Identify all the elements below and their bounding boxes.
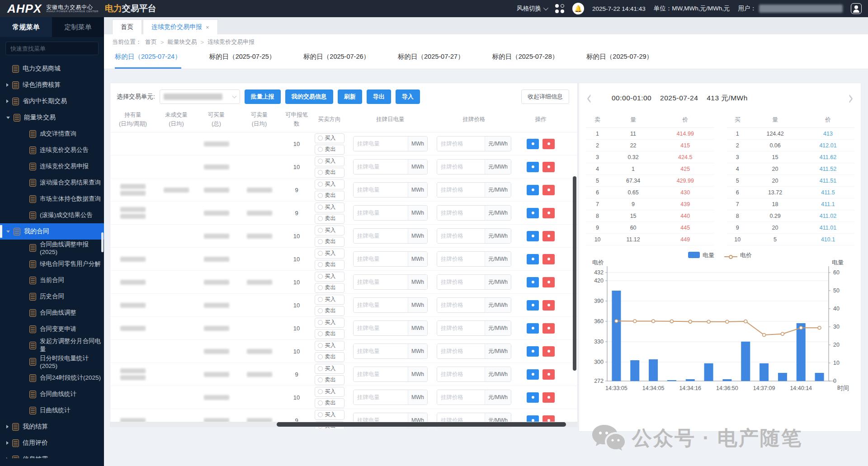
tab-连续竞价交易申报[interactable]: 连续竞价交易申报× [143,19,218,34]
cancel-row-button[interactable] [542,162,555,172]
listing-volume-input[interactable] [354,298,408,312]
listing-price-input[interactable] [437,137,485,151]
buy-radio[interactable]: 买入 [315,272,344,282]
target-date-tab[interactable]: 标的日（2025-07-24） [115,52,181,69]
buy-radio[interactable]: 买入 [315,387,344,397]
listing-price-input[interactable] [437,183,485,197]
chart-bar[interactable] [667,380,676,381]
sell-radio[interactable]: 卖出 [315,306,344,316]
sidebar-item[interactable]: 发起方调整分月合同电量 [0,337,104,353]
listing-volume-input[interactable] [354,229,408,243]
sidebar-item[interactable]: 电力交易商城 [0,61,104,77]
cancel-row-button[interactable] [542,208,555,218]
sidebar-item[interactable]: 合同曲线调整 [0,305,104,321]
sell-radio[interactable]: 卖出 [315,283,344,293]
chart-bar[interactable] [760,363,769,381]
buy-radio[interactable]: 买入 [315,364,344,374]
chart-bar[interactable] [778,373,787,381]
chart-bar[interactable] [741,342,750,381]
sidebar-item[interactable]: 当前合同 [0,272,104,288]
sidebar-item[interactable]: 日分时段电量统计(2025) [0,353,104,370]
sell-radio[interactable]: 卖出 [315,352,344,362]
listing-volume-input[interactable] [354,206,408,220]
sidebar-item[interactable]: 合同曲线统计 [0,386,104,402]
sidebar-scrollbar[interactable] [101,232,104,252]
breadcrumb-item[interactable]: 能量块交易 [168,38,197,46]
apps-grid-icon[interactable] [555,4,564,13]
cancel-row-button[interactable] [542,392,555,403]
price-point[interactable] [707,320,710,323]
toolbar-button-批量上报[interactable]: 批量上报 [245,89,281,104]
price-point[interactable] [652,320,655,323]
close-icon[interactable]: × [206,24,209,31]
sidebar-item[interactable]: 信息披露 [0,451,104,458]
sidebar-tab-custom[interactable]: 定制菜单 [52,17,104,37]
sidebar-item[interactable]: 合同变更申请 [0,321,104,337]
buy-radio[interactable]: 买入 [315,202,344,212]
toolbar-button-我的交易信息[interactable]: 我的交易信息 [285,89,333,104]
submit-row-button[interactable] [527,185,539,195]
sell-radio[interactable]: 卖出 [315,145,344,155]
sidebar-item[interactable]: 合同曲线调整申报(2025) [0,240,104,256]
tab-首页[interactable]: 首页 [112,19,142,34]
chart-bar[interactable] [612,291,621,381]
buy-radio[interactable]: 买入 [315,295,344,305]
sidebar-tab-regular[interactable]: 常规菜单 [0,17,52,37]
toolbar-button-刷新[interactable]: 刷新 [338,89,362,104]
breadcrumb-item[interactable]: 首页 [145,38,157,46]
sidebar-item[interactable]: 市场主体持仓数据查询 [0,191,104,207]
sidebar-item[interactable]: 滚动撮合交易结果查询 [0,174,104,191]
submit-row-button[interactable] [527,162,539,172]
sidebar-item[interactable]: 历史合同 [0,288,104,305]
listing-price-input[interactable] [437,275,485,289]
price-point[interactable] [799,326,802,329]
sell-radio[interactable]: 卖出 [315,375,344,385]
submit-row-button[interactable] [527,300,539,311]
next-period-icon[interactable]: › [848,89,854,108]
breadcrumb-item[interactable]: 连续竞价交易申报 [208,38,255,46]
buy-radio[interactable]: 买入 [315,156,344,166]
buy-radio[interactable]: 买入 [315,226,344,235]
cancel-row-button[interactable] [542,139,555,149]
buy-radio[interactable]: 买入 [315,410,344,420]
price-point[interactable] [726,320,729,323]
cancel-row-button[interactable] [542,254,555,264]
listing-price-input[interactable] [437,367,485,381]
chart-bar[interactable] [649,359,658,381]
sidebar-item[interactable]: 连续竞价交易公告 [0,142,104,158]
listing-price-input[interactable] [437,321,485,335]
price-point[interactable] [818,326,821,329]
sidebar-item[interactable]: 绿电合同零售用户分解 [0,256,104,272]
price-point[interactable] [763,334,766,337]
price-point[interactable] [615,320,618,323]
menu-search-input[interactable] [5,42,99,55]
avatar[interactable] [851,3,862,14]
listing-volume-input[interactable] [354,390,408,405]
listing-price-input[interactable] [437,298,485,312]
submit-row-button[interactable] [527,346,539,357]
style-switch-button[interactable]: 风格切换 [517,5,547,13]
submit-row-button[interactable] [527,392,539,403]
submit-row-button[interactable] [527,323,539,334]
sidebar-item[interactable]: 连续竞价交易申报 [0,158,104,174]
cancel-row-button[interactable] [542,231,555,241]
cancel-row-button[interactable] [542,277,555,287]
sell-radio[interactable]: 卖出 [315,191,344,201]
listing-volume-input[interactable] [354,321,408,335]
sell-radio[interactable]: 卖出 [315,168,344,178]
chart-bar[interactable] [815,373,824,381]
chart-bar[interactable] [722,379,731,381]
sidebar-item[interactable]: 省内中长期交易 [0,93,104,109]
listing-volume-input[interactable] [354,252,408,266]
notification-bell-icon[interactable]: 🔔 [572,3,584,14]
listing-volume-input[interactable] [354,137,408,151]
toolbar-button-导出[interactable]: 导出 [367,89,391,104]
target-date-tab[interactable]: 标的日（2025-07-29） [586,52,653,69]
listing-volume-input[interactable] [354,367,408,381]
price-point[interactable] [744,320,747,323]
chart-bar[interactable] [797,323,806,381]
submit-row-button[interactable] [527,139,539,149]
cancel-row-button[interactable] [542,369,555,380]
sidebar-item[interactable]: (滚撮)成交结果公告 [0,207,104,223]
listing-price-input[interactable] [437,160,485,174]
